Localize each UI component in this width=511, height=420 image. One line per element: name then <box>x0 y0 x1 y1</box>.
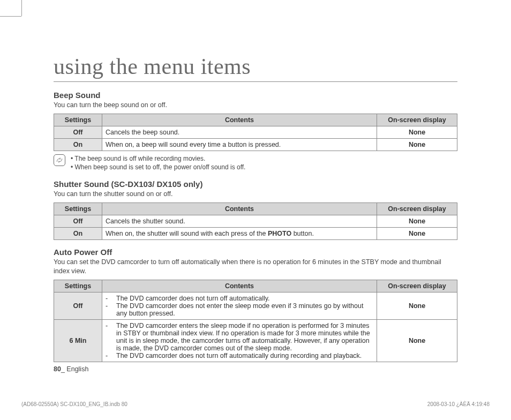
note-line: When beep sound is set to off, the power… <box>71 163 245 172</box>
table-row: Off The DVD camcorder does not turn off … <box>54 292 457 319</box>
cell-setting: 6 Min <box>54 319 102 362</box>
th-osd: On-screen display <box>377 280 457 292</box>
cell-setting: Off <box>54 292 102 319</box>
list-item: The DVD camcorder enters the sleep mode … <box>116 322 373 352</box>
table-row: 6 Min The DVD camcorder enters the sleep… <box>54 319 457 362</box>
autopower-heading: Auto Power Off <box>54 248 457 257</box>
table-row: On When on, a beep will sound every time… <box>54 138 457 151</box>
th-settings: Settings <box>54 114 102 126</box>
autopower-table: Settings Contents On-screen display Off … <box>54 280 457 362</box>
bold-text: PHOTO <box>268 230 291 237</box>
print-info-left: (AD68-02550A) SC-DX100_ENG_IB.indb 80 <box>21 401 127 407</box>
note-icon <box>54 154 65 166</box>
page-number: 80 <box>54 365 61 373</box>
cell-setting: Off <box>54 215 102 227</box>
note-line: The beep sound is off while recording mo… <box>71 154 245 163</box>
list-item: The DVD camcorder does not turn off auto… <box>116 352 362 359</box>
th-contents: Contents <box>102 114 377 126</box>
print-footer: (AD68-02550A) SC-DX100_ENG_IB.indb 80 20… <box>0 401 511 407</box>
cell-osd: None <box>377 138 457 151</box>
shutter-sub: You can turn the shutter sound on or off… <box>54 190 457 199</box>
shutter-table: Settings Contents On-screen display Off … <box>54 202 457 240</box>
page-content: using the menu items Beep Sound You can … <box>0 0 511 373</box>
cell-content: The DVD camcorder enters the sleep mode … <box>102 319 377 362</box>
footer-sep: _ <box>61 365 66 373</box>
th-settings: Settings <box>54 280 102 292</box>
th-contents: Contents <box>102 202 377 215</box>
beep-heading: Beep Sound <box>54 91 457 100</box>
cell-osd: None <box>377 215 457 227</box>
beep-table: Settings Contents On-screen display Off … <box>54 114 457 151</box>
table-row: On When on, the shutter will sound with … <box>54 227 457 239</box>
cell-setting: On <box>54 227 102 239</box>
cell-osd: None <box>377 126 457 138</box>
beep-notes: The beep sound is off while recording mo… <box>54 154 457 172</box>
cell-content: The DVD camcorder does not turn off auto… <box>102 292 377 319</box>
autopower-sub: You can set the DVD camcorder to turn of… <box>54 258 457 276</box>
cell-osd: None <box>377 227 457 239</box>
note-lines: The beep sound is off while recording mo… <box>71 154 245 172</box>
page-title: using the menu items <box>54 54 457 82</box>
beep-sub: You can turn the beep sound on or off. <box>54 101 457 110</box>
cell-osd: None <box>377 319 457 362</box>
list-item: The DVD camcorder does not turn off auto… <box>116 295 269 302</box>
cell-setting: Off <box>54 126 102 138</box>
th-settings: Settings <box>54 202 102 215</box>
th-contents: Contents <box>102 280 377 292</box>
list-item: The DVD camcorder does not enter the sle… <box>116 302 373 317</box>
text: button. <box>291 230 314 237</box>
print-info-right: 2008-03-10 ¿ÀÈÄ 4:19:48 <box>427 401 490 407</box>
cell-content: When on, a beep will sound every time a … <box>102 138 377 151</box>
table-row: Off Cancels the shutter sound. None <box>54 215 457 227</box>
th-osd: On-screen display <box>377 114 457 126</box>
footer-lang: English <box>66 365 88 373</box>
cell-setting: On <box>54 138 102 151</box>
cell-osd: None <box>377 292 457 319</box>
page-footer: 80_ English <box>54 365 457 373</box>
text: When on, the shutter will sound with eac… <box>106 230 268 237</box>
table-row: Off Cancels the beep sound. None <box>54 126 457 138</box>
cell-content: When on, the shutter will sound with eac… <box>102 227 377 239</box>
shutter-heading: Shutter Sound (SC-DX103/ DX105 only) <box>54 179 457 189</box>
th-osd: On-screen display <box>377 202 457 215</box>
cell-content: Cancels the shutter sound. <box>102 215 377 227</box>
crop-marks <box>0 0 32 27</box>
cell-content: Cancels the beep sound. <box>102 126 377 138</box>
